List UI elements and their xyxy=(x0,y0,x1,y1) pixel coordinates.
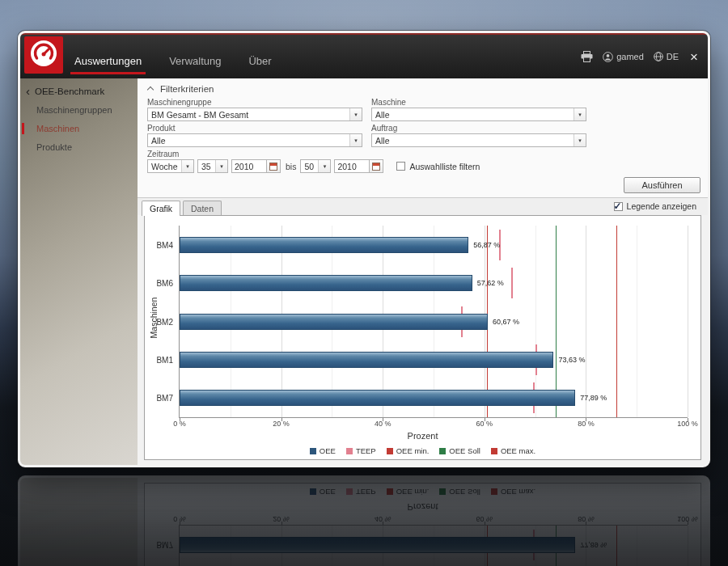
language-code: DE xyxy=(667,52,679,61)
gridline xyxy=(586,226,586,417)
bar-value-label: 77,89 % xyxy=(580,394,607,402)
printer-icon xyxy=(581,51,593,62)
category-label-bm4: BM4 xyxy=(156,240,173,249)
x-tick-label: 100 % xyxy=(677,420,698,428)
tab-ueber[interactable]: Über xyxy=(244,55,275,74)
legend-swatch xyxy=(491,448,497,454)
x-axis-title: Prozent xyxy=(408,431,438,441)
from-year-input[interactable] xyxy=(231,159,267,173)
legend-item-oee-min-: OEE min. xyxy=(387,446,430,455)
bar-value-label: 73,63 % xyxy=(558,356,585,364)
to-week-select[interactable]: 50 ▾ xyxy=(300,159,331,173)
sidebar-item-produkte[interactable]: Produkte xyxy=(20,138,138,157)
field-auftrag: Auftrag Alle ▾ xyxy=(371,124,586,147)
chevron-down-icon: ▾ xyxy=(215,160,227,172)
legend-toggle: Legende anzeigen xyxy=(614,201,696,211)
chevron-down-icon: ▾ xyxy=(574,108,586,120)
filter-section: Filterkriterien Maschinengruppe BM Gesam… xyxy=(138,78,708,175)
period-type-select[interactable]: Woche ▾ xyxy=(147,159,194,173)
x-tick-label: 40 % xyxy=(375,420,392,428)
close-icon[interactable]: × xyxy=(690,50,698,64)
auswahlliste-filtern-label: Auswahlliste filtern xyxy=(409,162,480,171)
tab-daten[interactable]: Daten xyxy=(183,201,222,215)
teep-marker-bm6 xyxy=(511,268,513,298)
from-date-calendar-button[interactable] xyxy=(267,159,281,173)
tab-auswertungen[interactable]: Auswertungen xyxy=(70,55,146,74)
to-year-input[interactable] xyxy=(334,159,370,173)
auswahlliste-filtern-checkbox[interactable] xyxy=(396,162,405,171)
sidebar-item-maschinengruppen[interactable]: Maschinengruppen xyxy=(20,101,138,120)
chevron-down-icon: ▾ xyxy=(349,134,362,146)
app-window: Auswertungen Verwaltung Über xyxy=(18,31,710,467)
bar-chart-plot: 0 %20 %40 %60 %80 %100 %BM456,87 %BM657,… xyxy=(179,226,688,418)
x-tick-label: 0 % xyxy=(173,420,186,428)
chevron-up-icon xyxy=(147,86,154,92)
produkt-select[interactable]: Alle ▾ xyxy=(147,133,362,147)
bar-value-label: 57,62 % xyxy=(477,279,504,287)
category-label-bm6: BM6 xyxy=(156,279,173,288)
gridline xyxy=(535,226,536,417)
main-content: Filterkriterien Maschinengruppe BM Gesam… xyxy=(138,78,708,465)
legend-item-oee: OEE xyxy=(310,446,336,455)
produkt-value: Alle xyxy=(148,136,349,146)
maschine-value: Alle xyxy=(372,110,574,120)
oee-bar-bm1 xyxy=(180,352,553,368)
chart-legend: OEETEEPOEE min.OEE SollOEE max. xyxy=(145,446,700,455)
oee-bar-bm4 xyxy=(180,237,468,253)
zeitraum-label: Zeitraum xyxy=(147,150,700,159)
legend-swatch xyxy=(346,448,353,454)
refline-oee-max- xyxy=(616,226,617,417)
auftrag-label: Auftrag xyxy=(371,124,586,133)
maschine-select[interactable]: Alle ▾ xyxy=(371,108,586,121)
legend-swatch xyxy=(387,448,393,454)
calendar-icon xyxy=(269,163,277,171)
chart-panel: Maschinen 0 %20 %40 %60 %80 %100 %BM456,… xyxy=(144,215,701,460)
app-logo xyxy=(24,36,63,74)
legend-item-teep: TEEP xyxy=(346,446,376,455)
oee-bar-bm7 xyxy=(180,390,575,406)
header-tabs: Auswertungen Verwaltung Über xyxy=(70,55,295,74)
tab-verwaltung[interactable]: Verwaltung xyxy=(165,55,225,74)
ausfuehren-button[interactable]: Ausführen xyxy=(624,177,700,193)
oee-bar-bm2 xyxy=(180,314,488,330)
legende-anzeigen-checkbox[interactable] xyxy=(614,202,623,211)
auftrag-select[interactable]: Alle ▾ xyxy=(371,133,586,147)
from-week-value: 35 xyxy=(198,162,215,171)
run-row: Ausführen xyxy=(138,175,708,197)
produkt-label: Produkt xyxy=(147,124,362,133)
chevron-down-icon: ▾ xyxy=(349,108,362,120)
legend-swatch xyxy=(310,448,316,454)
print-button[interactable] xyxy=(581,51,593,62)
bis-label: bis xyxy=(286,162,296,171)
header-actions: gamed DE × xyxy=(581,35,698,78)
legende-anzeigen-label: Legende anzeigen xyxy=(627,201,696,211)
legend-item-oee-soll: OEE Soll xyxy=(439,446,480,455)
field-zeitraum: Zeitraum Woche ▾ 35 ▾ xyxy=(147,150,700,175)
gridline xyxy=(637,226,637,417)
filter-collapse-header[interactable]: Filterkriterien xyxy=(147,82,700,95)
oee-bar-bm6 xyxy=(180,275,472,291)
titlebar: Auswertungen Verwaltung Über xyxy=(20,35,708,78)
chevron-down-icon: ▾ xyxy=(574,134,586,146)
maschinengruppe-select[interactable]: BM Gesamt - BM Gesamt ▾ xyxy=(147,108,362,121)
to-date-calendar-button[interactable] xyxy=(370,159,383,173)
user-menu[interactable]: gamed xyxy=(603,52,644,62)
maschinengruppe-value: BM Gesamt - BM Gesamt xyxy=(148,110,349,120)
chevron-down-icon: ▾ xyxy=(318,160,330,172)
sidebar-back[interactable]: ‹ OEE-Benchmark xyxy=(20,82,138,101)
chevron-down-icon: ▾ xyxy=(181,160,193,172)
bar-value-label: 56,87 % xyxy=(473,241,500,249)
gridline xyxy=(688,226,688,417)
language-selector[interactable]: DE xyxy=(654,52,679,61)
sidebar-item-maschinen[interactable]: Maschinen xyxy=(20,120,138,138)
chevron-left-icon: ‹ xyxy=(26,87,30,96)
x-tick-label: 20 % xyxy=(273,420,290,428)
from-week-select[interactable]: 35 ▾ xyxy=(197,159,228,173)
user-icon xyxy=(603,52,613,62)
bar-value-label: 60,67 % xyxy=(493,318,519,326)
sidebar-title-label: OEE-Benchmark xyxy=(35,87,104,96)
legend-swatch xyxy=(439,448,446,454)
filter-title: Filterkriterien xyxy=(160,84,214,94)
tab-grafik[interactable]: Grafik xyxy=(142,201,180,216)
x-tick-label: 60 % xyxy=(476,420,493,428)
